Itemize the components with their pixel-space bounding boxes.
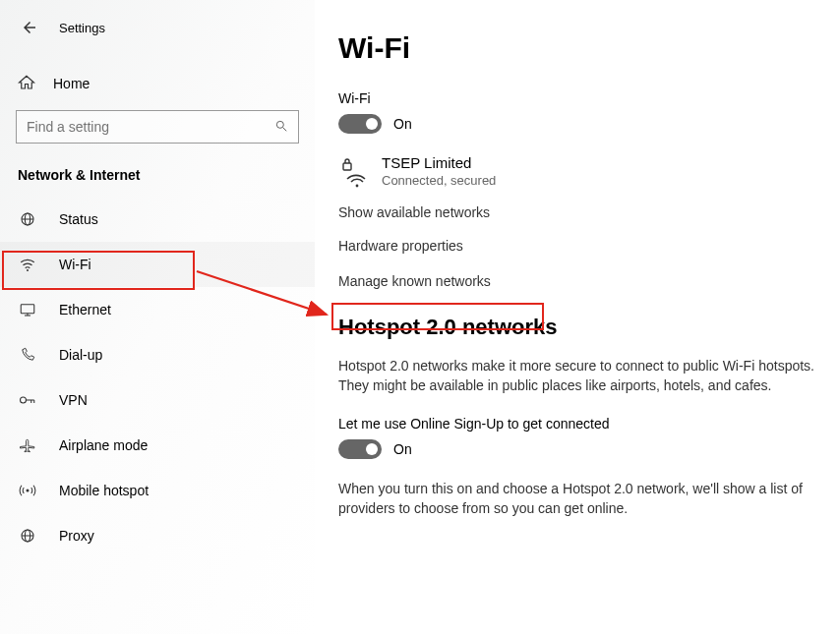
section-header: Network & Internet [0, 157, 315, 197]
home-icon [18, 74, 35, 94]
nav-label: Status [59, 211, 98, 227]
wifi-toggle[interactable] [338, 114, 382, 134]
search-icon [274, 119, 290, 136]
secure-wifi-icon [338, 153, 374, 189]
hotspot-heading: Hotspot 2.0 networks [338, 315, 818, 340]
nav-item-dialup[interactable]: Dial-up [0, 332, 315, 377]
nav-item-ethernet[interactable]: Ethernet [0, 287, 315, 332]
nav-label: Dial-up [59, 347, 102, 363]
hotspot-body: Hotspot 2.0 networks make it more secure… [338, 356, 818, 396]
svg-point-13 [27, 490, 30, 492]
nav-item-proxy[interactable]: Proxy [0, 513, 315, 558]
hotspot-signup-label: Let me use Online Sign-Up to get connect… [338, 416, 818, 432]
sidebar: Settings Home Network & Internet Status … [0, 0, 315, 634]
hotspot-icon [18, 482, 37, 499]
nav-label: Airplane mode [59, 437, 148, 453]
nav-item-airplane[interactable]: Airplane mode [0, 423, 315, 468]
search-input[interactable] [27, 119, 274, 135]
ethernet-icon [18, 301, 37, 318]
current-network[interactable]: TSEP Limited Connected, secured [338, 153, 818, 189]
svg-line-1 [283, 127, 287, 131]
nav-label: Proxy [59, 528, 94, 544]
svg-point-5 [27, 269, 29, 271]
hotspot-toggle[interactable] [338, 439, 382, 459]
nav-label: VPN [59, 392, 88, 408]
nav-label: Mobile hotspot [59, 483, 149, 498]
nav-item-hotspot[interactable]: Mobile hotspot [0, 468, 315, 513]
top-row: Settings [0, 12, 315, 43]
link-show-available[interactable]: Show available networks [338, 204, 818, 220]
nav-label: Wi-Fi [59, 257, 91, 272]
link-manage-known-networks[interactable]: Manage known networks [338, 271, 818, 291]
link-hardware-properties[interactable]: Hardware properties [338, 238, 818, 254]
main-panel: Wi-Fi Wi-Fi On TSEP Limited Connected, s… [315, 0, 840, 634]
dialup-icon [18, 346, 37, 364]
search-box[interactable] [16, 110, 299, 144]
wifi-label: Wi-Fi [338, 90, 818, 106]
network-text: TSEP Limited Connected, secured [382, 154, 496, 188]
nav-label: Ethernet [59, 302, 111, 317]
svg-point-0 [276, 121, 283, 128]
hotspot-toggle-row: On [338, 439, 818, 459]
wifi-icon [18, 256, 37, 273]
svg-rect-18 [343, 163, 351, 170]
network-name: TSEP Limited [382, 154, 496, 171]
airplane-icon [18, 436, 37, 454]
hotspot-footer: When you turn this on and choose a Hotsp… [338, 479, 818, 519]
nav-item-wifi[interactable]: Wi-Fi [0, 242, 315, 287]
nav-item-status[interactable]: Status [0, 197, 315, 242]
svg-point-9 [21, 397, 27, 403]
network-status: Connected, secured [382, 173, 496, 188]
window-title: Settings [59, 21, 105, 35]
home-nav[interactable]: Home [0, 63, 315, 104]
hotspot-toggle-state: On [393, 441, 412, 457]
svg-point-17 [356, 185, 359, 188]
page-title: Wi-Fi [338, 31, 818, 65]
back-arrow-icon [21, 19, 38, 36]
home-label: Home [53, 76, 90, 91]
wifi-toggle-state: On [393, 116, 412, 132]
vpn-icon [18, 393, 37, 407]
nav-item-vpn[interactable]: VPN [0, 377, 315, 423]
svg-rect-6 [21, 305, 34, 314]
search-wrap [0, 104, 315, 157]
status-icon [18, 210, 37, 228]
proxy-icon [18, 527, 37, 545]
back-button[interactable] [18, 16, 41, 39]
wifi-toggle-row: On [338, 114, 818, 134]
